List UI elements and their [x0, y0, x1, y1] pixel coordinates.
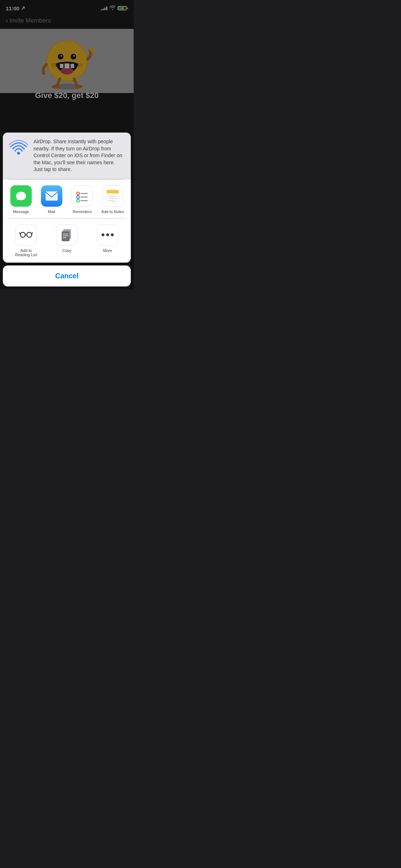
more-dots-icon [102, 233, 114, 236]
copy-icon [56, 224, 77, 246]
message-app-icon [10, 185, 32, 207]
svg-point-30 [27, 232, 32, 237]
more-label: More [103, 248, 112, 253]
svg-point-29 [20, 232, 25, 237]
svg-rect-25 [107, 192, 119, 193]
apps-row: Message Mail [3, 180, 131, 218]
message-app-label: Message [13, 210, 29, 214]
actions-row: Add toReading List Copy [3, 218, 131, 263]
cancel-button[interactable]: Cancel [3, 265, 131, 286]
share-sheet: AirDrop. Share instantly with people nea… [0, 133, 134, 289]
svg-point-21 [77, 199, 79, 202]
mail-app-label: Mail [48, 210, 55, 214]
svg-rect-35 [62, 231, 70, 241]
reading-list-icon [15, 224, 37, 246]
mail-app-icon [41, 185, 62, 207]
airdrop-text-content: AirDrop. Share instantly with people nea… [34, 139, 122, 172]
reminders-app-icon [71, 185, 93, 207]
svg-point-15 [17, 152, 20, 155]
app-item-message[interactable]: Message [6, 185, 36, 214]
app-item-notes[interactable]: Add to Notes [97, 185, 128, 214]
app-item-reminders[interactable]: Reminders [67, 185, 98, 214]
airdrop-icon [9, 138, 29, 160]
home-indicator [43, 285, 91, 286]
reminders-app-label: Reminders [73, 210, 92, 214]
notes-app-label: Add to Notes [101, 210, 124, 214]
copy-label: Copy [62, 248, 72, 253]
action-item-copy[interactable]: Copy [49, 224, 84, 257]
action-item-more[interactable]: More [90, 224, 125, 257]
action-item-reading-list[interactable]: Add toReading List [9, 224, 43, 257]
airdrop-description: AirDrop. Share instantly with people nea… [34, 138, 125, 173]
cancel-label: Cancel [55, 272, 79, 280]
svg-point-19 [77, 196, 79, 198]
svg-line-33 [32, 233, 32, 234]
svg-rect-16 [46, 191, 58, 201]
reading-list-label: Add toReading List [15, 248, 37, 257]
airdrop-section: AirDrop. Share instantly with people nea… [3, 133, 131, 179]
more-icon [97, 224, 118, 246]
svg-point-17 [77, 192, 79, 195]
app-item-mail[interactable]: Mail [36, 185, 67, 214]
sheet-main-card: AirDrop. Share instantly with people nea… [3, 133, 131, 263]
svg-line-32 [20, 233, 20, 234]
notes-app-icon [102, 185, 123, 207]
